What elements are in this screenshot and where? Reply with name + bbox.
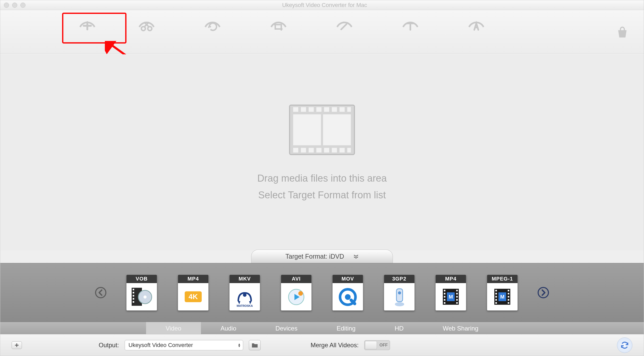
- trim-button[interactable]: [136, 15, 157, 35]
- category-tab-editing[interactable]: Editing: [317, 322, 375, 335]
- main-toolbar: [0, 10, 644, 54]
- merge-toggle-state: OFF: [379, 343, 388, 347]
- svg-rect-37: [133, 295, 134, 296]
- svg-rect-21: [324, 107, 329, 112]
- merge-videos-toggle[interactable]: OFF: [364, 340, 390, 350]
- svg-point-33: [96, 287, 106, 298]
- svg-rect-18: [301, 107, 306, 112]
- svg-rect-63: [456, 299, 458, 301]
- window-traffic-lights: [4, 3, 26, 8]
- formats-prev-button[interactable]: [94, 286, 107, 299]
- format-code-label: MPEG-1: [487, 275, 518, 283]
- format-thumb-icon: M: [436, 283, 466, 310]
- format-thumb-icon: [333, 283, 363, 310]
- svg-rect-58: [444, 299, 445, 301]
- svg-text:MATROSKA: MATROSKA: [237, 304, 253, 307]
- svg-point-44: [243, 293, 247, 297]
- convert-button[interactable]: [617, 337, 632, 353]
- svg-rect-76: [508, 299, 509, 301]
- format-tile-mov[interactable]: MOV: [332, 275, 363, 311]
- format-strip: VOBMP44KMKVMATROSKAAVIMOV3GP2MP4MMPEG-1M: [0, 263, 644, 322]
- merge-videos-label: Merge All Videos:: [311, 342, 359, 349]
- app-window: Ukeysoft Video Converter for Mac: [0, 0, 644, 356]
- format-tile-mp4[interactable]: MP4M: [435, 275, 466, 311]
- text-watermark-button[interactable]: [400, 15, 421, 35]
- category-tab-devices[interactable]: Devices: [256, 322, 317, 335]
- open-output-folder-button[interactable]: [249, 340, 261, 350]
- svg-rect-22: [332, 107, 337, 112]
- svg-rect-70: [495, 296, 497, 298]
- svg-rect-15: [293, 114, 321, 145]
- svg-rect-27: [309, 148, 314, 152]
- drop-zone-line1: Drag media files into this area: [257, 173, 387, 184]
- svg-point-80: [538, 287, 548, 298]
- effects-button[interactable]: [334, 15, 355, 35]
- category-tab-web-sharing[interactable]: Web Sharing: [423, 322, 498, 335]
- output-folder-select[interactable]: Ukeysoft Video Converter ▲▼: [125, 340, 243, 350]
- svg-rect-74: [508, 293, 509, 294]
- drop-zone-line2: Select Target Format from list: [258, 190, 386, 201]
- format-tile-mp4[interactable]: MP44K: [178, 275, 209, 311]
- format-tile-avi[interactable]: AVI: [281, 275, 312, 311]
- svg-rect-69: [495, 293, 497, 294]
- chevron-down-icon: [353, 253, 359, 260]
- shop-icon[interactable]: [615, 26, 629, 40]
- svg-rect-61: [456, 293, 458, 294]
- svg-rect-56: [444, 293, 445, 294]
- rotate-button[interactable]: [202, 15, 223, 35]
- svg-text:M: M: [500, 294, 505, 300]
- format-tile-mkv[interactable]: MKVMATROSKA: [229, 275, 260, 311]
- format-tile-mpeg1[interactable]: MPEG-1M: [487, 275, 518, 311]
- svg-rect-77: [508, 302, 509, 304]
- svg-rect-25: [293, 148, 298, 152]
- crop-button[interactable]: [268, 15, 289, 35]
- format-code-label: MKV: [230, 275, 260, 283]
- svg-rect-20: [316, 107, 321, 112]
- add-output-button[interactable]: [12, 341, 22, 349]
- svg-rect-62: [456, 296, 458, 298]
- svg-rect-55: [444, 290, 445, 291]
- svg-point-50: [345, 294, 351, 300]
- output-folder-value: Ukeysoft Video Converter: [129, 342, 193, 349]
- svg-rect-17: [293, 107, 298, 112]
- svg-rect-32: [347, 148, 351, 152]
- svg-rect-31: [340, 148, 345, 152]
- film-placeholder-icon: [289, 104, 355, 158]
- format-code-label: MOV: [333, 275, 363, 283]
- zoom-window-button[interactable]: [20, 3, 26, 8]
- format-thumb-icon: [281, 283, 311, 310]
- svg-text:4K: 4K: [189, 293, 198, 301]
- svg-rect-72: [495, 302, 497, 304]
- format-code-label: VOB: [126, 275, 157, 283]
- svg-point-52: [395, 302, 404, 306]
- add-file-button[interactable]: [77, 15, 98, 35]
- target-format-tab[interactable]: Target Format: iDVD: [251, 250, 393, 263]
- svg-rect-19: [309, 107, 314, 112]
- minimize-window-button[interactable]: [12, 3, 17, 8]
- category-tab-hd[interactable]: HD: [375, 322, 423, 335]
- svg-rect-57: [444, 296, 445, 298]
- output-label: Output:: [99, 342, 119, 349]
- svg-rect-38: [133, 298, 134, 300]
- svg-point-48: [298, 291, 303, 296]
- format-category-tabs: VideoAudioDevicesEditingHDWeb Sharing: [0, 322, 644, 335]
- category-tab-video[interactable]: Video: [146, 322, 201, 335]
- formats-next-button[interactable]: [537, 286, 550, 299]
- svg-point-41: [143, 295, 147, 299]
- svg-rect-16: [323, 114, 351, 145]
- media-drop-zone[interactable]: Drag media files into this area Select T…: [0, 54, 644, 250]
- format-tile-3gp2[interactable]: 3GP2: [384, 275, 415, 311]
- format-code-label: AVI: [281, 275, 311, 283]
- svg-rect-23: [340, 107, 345, 112]
- bottom-bar: Output: Ukeysoft Video Converter ▲▼ Merg…: [0, 334, 644, 356]
- format-code-label: 3GP2: [384, 275, 414, 283]
- format-thumb-icon: MATROSKA: [230, 283, 260, 310]
- category-tab-audio[interactable]: Audio: [201, 322, 256, 335]
- svg-rect-68: [495, 290, 497, 291]
- svg-line-6: [341, 24, 346, 29]
- titlebar: Ukeysoft Video Converter for Mac: [0, 0, 644, 10]
- close-window-button[interactable]: [4, 3, 9, 8]
- format-tile-vob[interactable]: VOB: [126, 275, 157, 311]
- subtitle-button[interactable]: [466, 15, 487, 35]
- svg-rect-39: [133, 301, 134, 303]
